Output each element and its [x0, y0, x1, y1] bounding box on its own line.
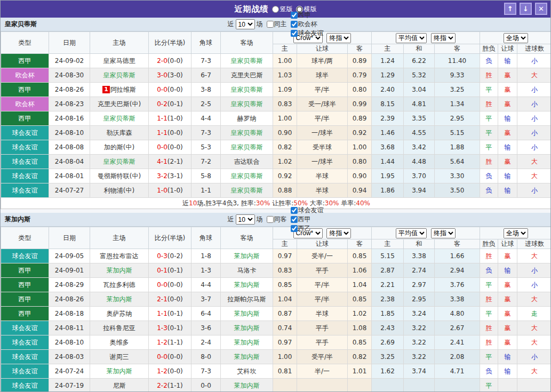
away-team-cell: 莱加内斯 [221, 335, 273, 350]
avg-odds-away: 3.76 [435, 278, 480, 292]
sub-header-goals: 进球数 [517, 239, 551, 249]
col-header-home: 主场 [90, 227, 149, 249]
league-filter-option[interactable]: 西乙 [289, 224, 324, 233]
avg-odds-away: 2.94 [435, 263, 480, 278]
corners-value: 7-3 [191, 364, 221, 379]
home-team-name: 阿拉维斯 [110, 86, 136, 93]
away-team-name: 皇家贝蒂斯 [231, 172, 263, 180]
summary-segment: 单率: [339, 199, 356, 207]
home-team-cell: 富恩拉布雷达 [90, 249, 149, 263]
avg-odds-home: 2.38 [372, 292, 404, 307]
result-winlose: 平 [480, 83, 498, 97]
home-team-cell: 皇家贝蒂斯 [90, 68, 149, 83]
league-checkbox[interactable] [291, 216, 298, 223]
match-row: 西甲 24-08-16 皇家贝蒂斯 1-1(1-0) 4-4 赫罗纳 1.00 … [1, 111, 551, 126]
away-team-cell: 皇家贝蒂斯 [221, 97, 273, 111]
score-cell: 0-3(0-2) [149, 249, 191, 263]
team-section: 皇家贝蒂斯 近 10 场 同主 西甲欧会杯球会友谊 类型 [1, 18, 550, 209]
arrow-up-icon[interactable]: ↑ [504, 3, 516, 15]
score-cell: 0-0(0-0) [149, 140, 191, 155]
final-odds-select-2[interactable]: 终指 [431, 33, 456, 43]
away-team-cell: 莱加内斯 [221, 321, 273, 335]
home-team-cell: 瓦拉多利德 [90, 278, 149, 292]
league-badge: 球会友谊 [1, 321, 49, 335]
sub-header-crow-away: 客 [348, 239, 372, 249]
final-odds-select-2[interactable]: 终指 [431, 228, 456, 238]
home-team-cell: 利物浦(中) [90, 183, 149, 198]
close-icon[interactable]: ✕ [535, 3, 547, 15]
average-select[interactable]: 平均值 [396, 33, 427, 43]
league-checkbox[interactable] [291, 225, 298, 232]
result-winlose: 胜 [480, 292, 498, 307]
home-team-cell: 谢周三 [90, 350, 149, 364]
result-handicap: 赢 [498, 155, 517, 169]
col-header-type: 类型 [1, 32, 49, 54]
fulltime-score: 1-0 [157, 187, 167, 194]
avg-odds-away: 5.15 [435, 126, 480, 140]
result-winlose: 平 [480, 278, 498, 292]
summary-segment: 30% [325, 199, 339, 207]
league-filter-option[interactable]: 西甲 [289, 215, 324, 224]
league-checkbox[interactable] [291, 30, 298, 37]
results-table: 类型 日期 主场 比分(半场) 角球 客场 Crow* 终指 平均值 终指 [1, 31, 551, 209]
result-handicap: 赢 [498, 83, 517, 97]
sub-header-avg-draw: 和 [404, 239, 435, 249]
home-team-name: 克里夫巴斯(中) [98, 100, 141, 108]
match-row: 西甲 24-08-29 瓦拉多利德 0-0(0-0) 4-4 莱加内斯 0.85… [1, 278, 551, 292]
league-filter-option[interactable]: 西甲 [289, 11, 324, 20]
arrow-down-icon[interactable]: ↓ [520, 3, 532, 15]
avg-odds-draw: 3.22 [404, 321, 435, 335]
average-select[interactable]: 平均值 [396, 228, 427, 238]
home-team-cell: 莱加内斯 [90, 263, 149, 278]
odds-home: 0.92 [273, 169, 297, 183]
avg-odds-draw: 2.74 [404, 263, 435, 278]
league-badge: 西甲 [1, 54, 49, 68]
odds-handicap: 平手 [297, 321, 348, 335]
same-venue-checkbox[interactable] [267, 21, 274, 28]
corners-value: 3-7 [191, 292, 221, 307]
away-team-name: 莱加内斯 [234, 353, 260, 361]
away-team-name: 莱加内斯 [234, 252, 260, 260]
league-filter-option[interactable]: 欧会杯 [289, 20, 324, 29]
odds-away [348, 379, 372, 392]
league-checkbox[interactable] [291, 207, 298, 214]
away-team-cell: 皇家贝蒂斯 [221, 169, 273, 183]
final-odds-select-1[interactable]: 终指 [326, 33, 351, 43]
league-checkbox[interactable] [291, 21, 298, 28]
result-winlose: 平 [480, 140, 498, 155]
odds-handicap: 平手 [297, 335, 348, 350]
avg-odds-away: 1.66 [435, 249, 480, 263]
league-filter-option[interactable]: 球会友谊 [289, 29, 324, 38]
odds-home [273, 379, 297, 392]
avg-odds-away: 1.34 [435, 97, 480, 111]
result-goals: 大 [517, 321, 551, 335]
away-team-name: 拉斯帕尔马斯 [228, 295, 266, 303]
score-cell: 0-1(0-1) [149, 263, 191, 278]
league-checkbox[interactable] [291, 12, 298, 19]
match-row: 球会友谊 24-07-19 尼斯 2-2(1-1) 0-0 莱加内斯 平 [1, 379, 551, 392]
match-date: 24-08-11 [49, 321, 90, 335]
avg-odds-home: 2.39 [372, 111, 404, 126]
col-header-home: 主场 [90, 32, 149, 54]
fulltime-select[interactable]: 全场 [504, 228, 528, 238]
odds-away: 0.85 [348, 335, 372, 350]
odds-home: 1.09 [273, 83, 297, 97]
same-venue-checkbox[interactable] [267, 216, 274, 223]
odds-home: 0.83 [273, 263, 297, 278]
avg-odds-draw: 3.35 [404, 111, 435, 126]
same-venue-option[interactable]: 同主 [265, 20, 287, 29]
final-odds-select-1[interactable]: 终指 [326, 228, 351, 238]
home-team-cell: 勒沃库森 [90, 126, 149, 140]
match-count-select[interactable]: 10 [236, 214, 255, 225]
away-team-name: 莱加内斯 [234, 324, 260, 332]
halftime-score: (0-0) [167, 281, 183, 289]
league-filter-option[interactable]: 球会友谊 [289, 206, 324, 215]
avg-odds-draw: 6.22 [404, 54, 435, 68]
league-badge: 球会友谊 [1, 183, 49, 197]
avg-odds-away: 4.71 [435, 364, 480, 379]
match-row: 西甲 24-09-02 皇家马德里 2-0(0-0) 7-3 皇家贝蒂斯 1.0… [1, 54, 551, 68]
fulltime-select[interactable]: 全场 [504, 33, 528, 43]
same-venue-option[interactable]: 同客 [265, 215, 287, 224]
match-count-select[interactable]: 10 [236, 19, 255, 29]
avg-odds-home [372, 379, 404, 392]
